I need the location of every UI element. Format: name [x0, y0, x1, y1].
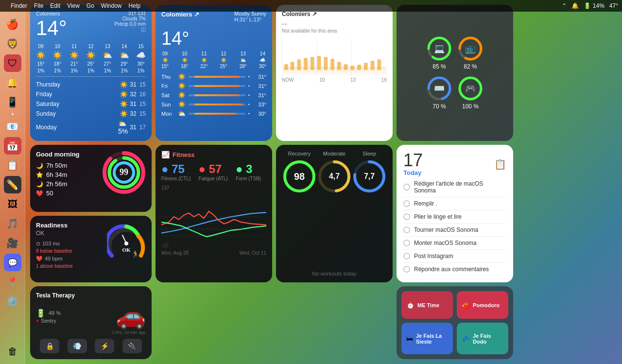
dock-music[interactable]: 🎵: [4, 215, 21, 232]
bpm-note: 1 above baseline: [36, 263, 146, 269]
svg-rect-19: [377, 59, 381, 70]
edit-menu[interactable]: Edit: [50, 2, 60, 9]
weather-small-widget: Colomiers 14° 31† 13‡ Clouds 7% Précip 0…: [30, 5, 152, 141]
svg-rect-14: [344, 64, 348, 70]
day-sat-high: 31: [130, 101, 136, 107]
day-mon-high: 31: [130, 124, 136, 131]
dodo-label: Je Fais Dodo: [473, 333, 503, 345]
dock-shield[interactable]: 🛡: [4, 54, 21, 72]
hour-0-time: 09: [38, 44, 43, 49]
tesla-left-info: 🔋 49 % ● Sentry: [36, 309, 61, 324]
finder-menu[interactable]: Finder: [11, 2, 27, 9]
usage-laptop-pct: 85 %: [432, 63, 446, 70]
window-menu[interactable]: Window: [101, 2, 122, 9]
usage-display-pct: 82 %: [464, 63, 477, 70]
hour-6-time: 15: [138, 44, 143, 49]
dock-mail[interactable]: 📧: [4, 118, 21, 135]
dock-finder[interactable]: 🍎: [4, 16, 21, 33]
w2-day-sat: Sat ☀️ • 31°: [161, 91, 266, 99]
fitness-atl-label: Fatigue (ATL): [199, 176, 228, 181]
gamepad-icon: 🎮: [465, 83, 476, 94]
shortcut-sieste[interactable]: 🛏 Je Fais La Sieste: [401, 323, 453, 354]
dock-messages[interactable]: 📱: [4, 93, 21, 111]
tesla-lock[interactable]: 🔒: [40, 339, 59, 353]
day-mon-name: Monday: [36, 124, 116, 131]
tesla-charge[interactable]: ⚡: [95, 339, 114, 353]
weather-hourly-row: 09 ☀️ 15° 1% 10 ☀️ 18° 1% 11 ☀️ 21° 1% 1…: [36, 44, 146, 77]
dock-notes[interactable]: 📋: [4, 156, 21, 174]
task-5-checkbox[interactable]: [403, 253, 410, 260]
sleep-ring: 7,7: [352, 159, 386, 193]
weather-hour-5: 14 ⛅ 29° 1%: [120, 44, 129, 73]
weather-hour-2: 11 ☀️ 21° 1%: [69, 44, 79, 73]
day-sat-icon: ☀️: [120, 100, 128, 108]
recovery-val: 98: [294, 171, 305, 182]
dock-calendar[interactable]: 📅: [4, 137, 21, 155]
shortcut-dodo[interactable]: 💤 Je Fais Dodo: [457, 323, 508, 354]
svg-rect-6: [291, 62, 294, 70]
morning-rings-container: 99: [102, 151, 146, 196]
fitness-date-start: Mon, Aug 28: [161, 250, 189, 256]
tesla-power[interactable]: 🔌: [122, 339, 142, 353]
svg-point-36: [124, 242, 128, 245]
fitness-date-end: Wed, Oct 11: [240, 250, 266, 256]
notification-icon[interactable]: 🔔: [571, 2, 579, 9]
usage-ring-keyboard: ⌨️: [427, 76, 452, 101]
dock-discord[interactable]: 💬: [4, 254, 21, 271]
file-menu[interactable]: File: [34, 2, 43, 9]
dock-maps[interactable]: 📍: [4, 273, 21, 291]
shortcut-me-time[interactable]: ⏰ ME Time: [401, 291, 453, 319]
dock-notifications[interactable]: 🔔: [4, 74, 21, 91]
control-center-icon[interactable]: ⌃: [562, 2, 567, 9]
readiness-gauge-container: OK 🏃: [107, 222, 146, 262]
dock-browser[interactable]: 🦁: [4, 35, 21, 52]
hour-1-time: 10: [55, 44, 60, 49]
usage-keyboard: ⌨️ 70 %: [427, 76, 452, 110]
dock-photos[interactable]: 🖼: [4, 195, 21, 213]
menubar-left: Finder File Edit View Go Window Help: [4, 2, 140, 9]
usage-ring-display: 📺: [458, 36, 483, 61]
bpm-heart-icon: ❤️: [36, 256, 43, 262]
task-6-label: Répondre aux commentaires: [414, 266, 489, 273]
dock-trash[interactable]: 🗑: [4, 343, 21, 360]
moderate-ring: 4,7: [317, 159, 351, 193]
help-menu[interactable]: Help: [129, 2, 141, 9]
day-sun-low: 15: [139, 110, 146, 117]
task-6-checkbox[interactable]: [403, 266, 410, 273]
hour-2-time: 11: [71, 44, 77, 49]
usage-gamepad: 🎮 100 %: [458, 76, 483, 110]
task-5-label: Post Instagram: [414, 253, 453, 260]
fitness-chart-svg: [161, 192, 266, 241]
weather-days: Thursday ☀️ 31 15 Friday ☀️ 32 16 Saturd…: [36, 81, 146, 135]
deep-moon-icon: 🌙: [36, 181, 43, 188]
hrv-value: 103 ms: [42, 241, 60, 246]
task-3-checkbox[interactable]: [403, 226, 410, 233]
task-4-checkbox[interactable]: [403, 240, 410, 246]
day-fri-icon: ☀️: [120, 90, 128, 98]
dock-settings[interactable]: ⚙️: [4, 293, 21, 310]
weather-chart-note: Not available for this area: [282, 28, 387, 34]
rem-time: 6h 34m: [46, 171, 67, 178]
shortcut-pomodoro[interactable]: 🍅 Pomodoro: [457, 291, 508, 319]
dock-video[interactable]: 🎥: [4, 234, 21, 252]
go-menu[interactable]: Go: [86, 2, 94, 9]
readiness-widget: Readiness OK: [30, 216, 152, 283]
task-1-checkbox[interactable]: [403, 200, 410, 207]
sieste-label: Je Fais La Sieste: [416, 333, 448, 345]
tesla-fan[interactable]: 💨: [68, 339, 87, 353]
morning-rings-svg: 99: [102, 151, 146, 194]
day-saturday: Saturday ☀️ 31 15: [36, 100, 146, 108]
task-0-checkbox[interactable]: [403, 184, 410, 191]
weather-chart-city: Colomiers ↗: [282, 11, 317, 17]
dock-lightroom[interactable]: ✏️: [4, 176, 21, 193]
task-2-checkbox[interactable]: [403, 213, 410, 220]
view-menu[interactable]: View: [67, 2, 80, 9]
tesla-car-image: 🚗: [116, 302, 146, 330]
weather-medium-temp: 14°: [161, 28, 266, 49]
task-3: Tourner macOS Sonoma: [403, 226, 506, 237]
fitness-atl-val: ● 57: [199, 162, 228, 176]
recovery-note: No workouts today: [312, 271, 356, 277]
calendar-app-icon[interactable]: 📋: [494, 158, 506, 170]
weather-info-icon: ⓘ: [115, 27, 146, 34]
svg-rect-5: [284, 64, 288, 70]
